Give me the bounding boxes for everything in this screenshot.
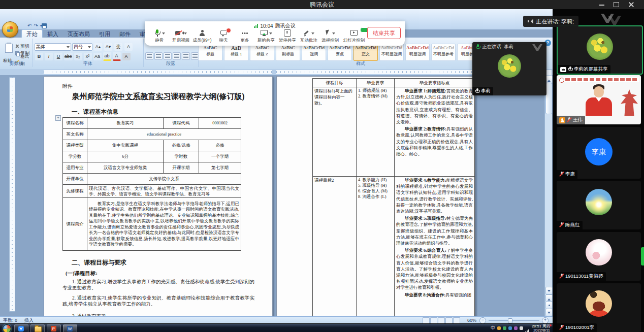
close-button[interactable] <box>626 0 637 9</box>
align-center-button[interactable] <box>154 52 163 60</box>
more-button[interactable]: 更多 <box>234 29 255 44</box>
members-button[interactable]: 成员(99+) <box>191 29 213 44</box>
web-layout-view-icon[interactable] <box>438 317 445 324</box>
tab-references[interactable]: 引用 <box>94 30 115 38</box>
redo-icon[interactable]: ↷ <box>34 23 38 28</box>
previous-page-icon[interactable] <box>545 294 553 302</box>
chevron-down-icon[interactable] <box>311 32 314 36</box>
fullscreen-view-icon[interactable] <box>430 317 437 324</box>
sidebar-handle[interactable] <box>641 247 644 265</box>
taskbar-powerpoint-button[interactable] <box>47 324 61 332</box>
draft-view-icon[interactable] <box>453 317 460 324</box>
participant-tile[interactable]: 王伟 <box>557 75 641 124</box>
network-icon[interactable] <box>525 324 530 332</box>
character-shading-button[interactable]: A <box>122 53 131 60</box>
remote-control-button[interactable]: 远程控制 <box>319 29 341 44</box>
scroll-down-icon[interactable] <box>545 287 553 294</box>
style-item[interactable]: AaBbCcDd不明显参考 <box>431 44 456 61</box>
outline-view-icon[interactable] <box>445 317 453 324</box>
style-item[interactable]: AaBbCcDd强调 <box>302 44 326 61</box>
print-layout-view-icon[interactable] <box>423 317 430 324</box>
document-page-2[interactable]: 课程目标毕业要求毕业要求指标点 课程目标1(与上面的课程目标内容一致)。 1. … <box>276 76 475 317</box>
highlight-button[interactable]: ab <box>103 52 111 61</box>
grow-font-button[interactable]: A▴ <box>94 43 102 51</box>
speaker-popup[interactable]: 正在讲话: 李莉 李莉 <box>472 42 546 95</box>
select-browse-object-icon[interactable] <box>545 302 553 309</box>
phonetic-guide-button[interactable]: 变 <box>114 43 122 51</box>
font-color-button[interactable]: A <box>113 52 121 61</box>
character-border-button[interactable]: A <box>124 43 133 51</box>
tab-insert[interactable]: 插入 <box>43 30 63 38</box>
vertical-scrollbar[interactable] <box>544 75 552 316</box>
shrink-font-button[interactable]: A▾ <box>104 43 112 51</box>
chevron-down-icon[interactable] <box>269 32 272 36</box>
chat-button[interactable]: 聊天 <box>213 29 234 44</box>
horizontal-ruler[interactable] <box>0 69 553 75</box>
style-item[interactable]: AaBbCcDd不明显强调 <box>379 44 404 61</box>
strikethrough-button[interactable]: abc <box>64 53 73 60</box>
insert-mode[interactable]: 插入 <box>24 317 34 324</box>
tray-icon[interactable] <box>497 326 501 330</box>
subscript-button[interactable]: x₂ <box>74 53 82 60</box>
undo-icon[interactable]: ↶ <box>27 23 31 28</box>
taskbar-clock[interactable]: 20:51 周四 2022/8/11 <box>532 324 552 332</box>
scrollbar-thumb[interactable] <box>545 83 553 114</box>
tray-icon[interactable] <box>503 326 506 330</box>
mute-button[interactable]: 静音 <box>149 29 170 44</box>
tab-page-layout[interactable]: 页面布局 <box>63 30 94 38</box>
bold-button[interactable]: B <box>35 53 43 60</box>
pause-share-button[interactable]: 暂停共享 <box>277 29 298 44</box>
style-item[interactable]: AaBbC标题 <box>198 44 222 61</box>
next-page-icon[interactable] <box>545 309 553 316</box>
zoom-slider[interactable] <box>489 320 539 321</box>
taskbar-meeting-button[interactable] <box>14 324 28 332</box>
table-handle-icon[interactable]: + <box>55 115 61 121</box>
zoom-slider-thumb[interactable] <box>508 318 512 323</box>
document-page-1[interactable]: 附件 泉州师范学院中文系教育实习课程教学大纲(修订版) 一、课程基本信息 + 课… <box>44 76 273 317</box>
chevron-down-icon[interactable] <box>332 32 335 36</box>
tab-mailings[interactable]: 邮件 <box>115 30 135 38</box>
start-video-button[interactable]: 开启视频 <box>170 29 191 44</box>
taskbar-folder-button[interactable] <box>30 324 45 332</box>
minimize-button[interactable] <box>596 0 607 9</box>
annotation-button[interactable]: 互动批注 <box>298 29 319 44</box>
volume-icon[interactable] <box>520 326 523 330</box>
save-icon[interactable] <box>42 23 47 28</box>
start-button[interactable] <box>3 324 11 332</box>
font-size-select[interactable]: 四号 <box>72 43 92 51</box>
participant-tile[interactable]: 李康 李康 <box>557 127 641 179</box>
participant-tile[interactable]: 李莉的屏幕共享 <box>557 25 643 75</box>
style-item-selected[interactable]: AaBbCcDd正文 <box>353 44 378 61</box>
participant-tile[interactable]: 190102001李 <box>557 283 641 332</box>
underline-button[interactable]: U <box>54 53 62 60</box>
new-share-button[interactable]: 新的共享 <box>255 29 277 44</box>
office-button[interactable] <box>2 21 18 38</box>
cut-button[interactable]: 剪切 <box>15 43 33 50</box>
end-share-button[interactable]: 结束共享 <box>367 27 401 39</box>
chevron-down-icon[interactable] <box>162 32 165 36</box>
zoom-in-icon[interactable]: + <box>542 317 549 324</box>
font-name-select[interactable]: 黑体 <box>35 43 71 51</box>
style-item[interactable]: AaBbCcDd明显强调 <box>405 44 430 61</box>
align-left-button[interactable] <box>145 52 153 60</box>
paste-button[interactable] <box>3 43 14 58</box>
participant-tile[interactable]: 190113011黄淑婷 <box>557 232 641 281</box>
align-right-button[interactable] <box>164 52 172 60</box>
vertical-ruler[interactable] <box>9 77 15 312</box>
taskbar-word-button[interactable] <box>63 324 77 332</box>
ime-indicator[interactable]: 中 <box>491 325 495 331</box>
zoom-out-icon[interactable]: − <box>479 317 486 324</box>
zoom-level[interactable]: 60% <box>467 318 476 323</box>
tray-icon[interactable] <box>508 326 512 330</box>
style-item[interactable]: AaBbC标题 2 <box>250 44 274 61</box>
participant-tile[interactable]: 陈燕红 <box>557 181 641 229</box>
tray-icon[interactable] <box>514 326 518 330</box>
italic-button[interactable]: I <box>45 53 53 60</box>
style-item[interactable]: AaB标题 1 <box>224 44 248 61</box>
line-spacing-button[interactable] <box>182 52 190 60</box>
scroll-up-icon[interactable] <box>545 76 553 83</box>
change-case-button[interactable]: Aa <box>93 53 102 60</box>
word-count[interactable]: 字数: 0 <box>3 317 17 324</box>
tab-home[interactable]: 开始 <box>21 29 43 38</box>
style-item[interactable]: AaBbCcDd要点 <box>328 44 352 61</box>
